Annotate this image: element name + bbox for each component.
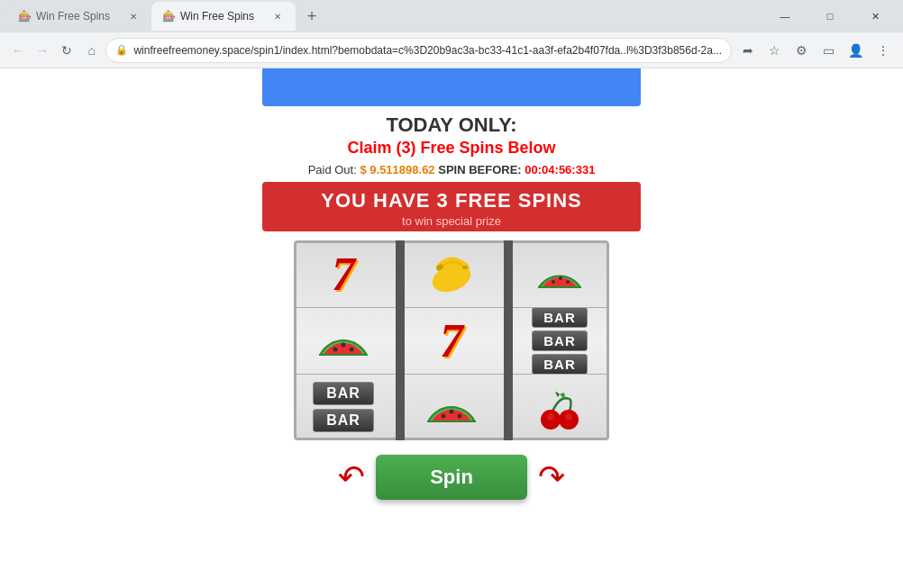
close-button[interactable]: ✕ <box>854 0 896 32</box>
banana-svg <box>427 251 476 296</box>
slot-divider-right <box>504 240 513 440</box>
slot-cell-0-0: 7 <box>294 240 393 307</box>
forward-button[interactable]: → <box>32 38 52 63</box>
tab-2-close[interactable]: ✕ <box>270 9 285 23</box>
svg-point-7 <box>333 348 338 352</box>
svg-point-4 <box>559 276 562 280</box>
bookmark-button[interactable]: ☆ <box>762 38 788 63</box>
tab-2[interactable]: 🎰 Win Free Spins ✕ <box>151 2 296 31</box>
chrome-window: 🎰 Win Free Spins ✕ 🎰 Win Free Spins ✕ + … <box>0 0 903 588</box>
address-bar[interactable]: 🔒 winfreefreemoney.space/spin1/index.htm… <box>105 38 732 63</box>
spin-button[interactable]: Spin <box>376 455 527 500</box>
claim-below: Below <box>508 139 556 157</box>
bar-label-bl-1: BAR <box>313 382 374 405</box>
svg-point-2 <box>462 266 468 269</box>
bar-stack-bottom-left: BAR BAR <box>313 382 374 432</box>
svg-point-3 <box>552 280 555 284</box>
svg-point-13 <box>458 414 462 419</box>
window-controls: — □ ✕ <box>764 0 896 32</box>
bar-label-1: BAR <box>532 307 588 328</box>
arrow-left-icon: ↷ <box>338 458 365 496</box>
menu-button[interactable]: ⋮ <box>871 38 896 63</box>
slot-divider-left <box>396 240 405 440</box>
slot-cell-2-1 <box>402 374 501 440</box>
tab-1[interactable]: 🎰 Win Free Spins ✕ <box>7 2 151 31</box>
svg-point-11 <box>442 414 446 419</box>
paid-out-amount: $ 9.511898.62 <box>360 163 434 176</box>
claim-free-spins: Claim (3) Free Spins <box>347 139 503 157</box>
slot-cell-1-2: BAR BAR BAR <box>510 307 609 374</box>
lock-icon: 🔒 <box>115 44 128 56</box>
today-only-text: TODAY ONLY: <box>386 113 516 137</box>
tab-2-title: Win Free Spins <box>180 10 265 23</box>
svg-point-8 <box>342 343 346 348</box>
title-bar: 🎰 Win Free Spins ✕ 🎰 Win Free Spins ✕ + … <box>0 0 903 32</box>
svg-point-12 <box>450 410 454 414</box>
slot-container: TODAY ONLY: Claim (3) Free Spins Below P… <box>262 113 641 514</box>
seven-icon-mid: 7 <box>440 314 463 367</box>
claim-text: Claim (3) Free Spins Below <box>347 139 555 158</box>
spin-area: ↷ Spin ↷ <box>338 455 565 500</box>
seven-icon-top-left: 7 <box>332 248 355 301</box>
tab-1-close[interactable]: ✕ <box>126 9 141 23</box>
tab-1-favicon: 🎰 <box>18 10 31 23</box>
slot-machine-wrapper: 7 <box>294 240 609 440</box>
bar-label-2: BAR <box>532 330 588 351</box>
svg-point-18 <box>565 413 572 421</box>
slot-row-divider-2 <box>294 374 609 375</box>
countdown-timer: 00:04:56:331 <box>524 163 595 176</box>
toolbar: ← → ↻ ⌂ 🔒 winfreefreemoney.space/spin1/i… <box>0 32 903 68</box>
svg-point-5 <box>566 280 570 284</box>
watermelon-svg-top <box>534 251 586 296</box>
extensions-button[interactable]: ⚙ <box>789 38 815 63</box>
back-button[interactable]: ← <box>7 38 28 63</box>
minimize-button[interactable]: — <box>764 0 806 32</box>
cherry-svg <box>533 381 587 433</box>
free-spins-title: YOU HAVE 3 FREE SPINS <box>262 189 641 213</box>
slot-cell-1-0 <box>294 307 393 374</box>
watermelon-svg-bottom <box>424 382 479 432</box>
paid-out-row: Paid Out: $ 9.511898.62 SPIN BEFORE: 00:… <box>308 163 596 176</box>
maximize-button[interactable]: □ <box>809 0 851 32</box>
page-content: TODAY ONLY: Claim (3) Free Spins Below P… <box>0 68 903 588</box>
slot-cell-0-2 <box>510 240 609 307</box>
slot-cell-1-1: 7 <box>402 307 501 374</box>
spin-before-label: SPIN BEFORE: <box>438 163 521 176</box>
refresh-button[interactable]: ↻ <box>57 38 78 63</box>
paid-out-label: Paid Out: <box>308 163 357 176</box>
tab-1-title: Win Free Spins <box>36 10 121 23</box>
top-banner <box>262 68 641 106</box>
slot-cell-2-2 <box>510 374 609 440</box>
bar-label-3: BAR <box>532 354 588 375</box>
slot-cell-0-1 <box>402 240 501 307</box>
profile-button[interactable]: 👤 <box>844 38 869 63</box>
new-tab-button[interactable]: + <box>299 4 324 29</box>
free-spins-banner: YOU HAVE 3 FREE SPINS to win special pri… <box>262 182 641 231</box>
split-screen-button[interactable]: ▭ <box>816 38 842 63</box>
bar-stack-mid: BAR BAR BAR <box>532 307 588 375</box>
watermelon-svg-mid <box>315 315 371 366</box>
slot-row-divider-1 <box>294 307 609 308</box>
url-text: winfreefreemoney.space/spin1/index.html?… <box>133 44 722 57</box>
free-spins-sub: to win special prize <box>262 214 641 228</box>
home-button[interactable]: ⌂ <box>81 38 102 63</box>
svg-point-17 <box>547 413 554 421</box>
share-button[interactable]: ➦ <box>735 38 761 63</box>
svg-point-9 <box>350 348 354 352</box>
tab-2-favicon: 🎰 <box>162 10 175 23</box>
slot-cell-2-0: BAR BAR <box>294 374 393 440</box>
toolbar-right: ➦ ☆ ⚙ ▭ 👤 ⋮ <box>735 38 896 63</box>
arrow-right-icon: ↷ <box>538 458 565 496</box>
bar-label-bl-2: BAR <box>313 409 374 432</box>
